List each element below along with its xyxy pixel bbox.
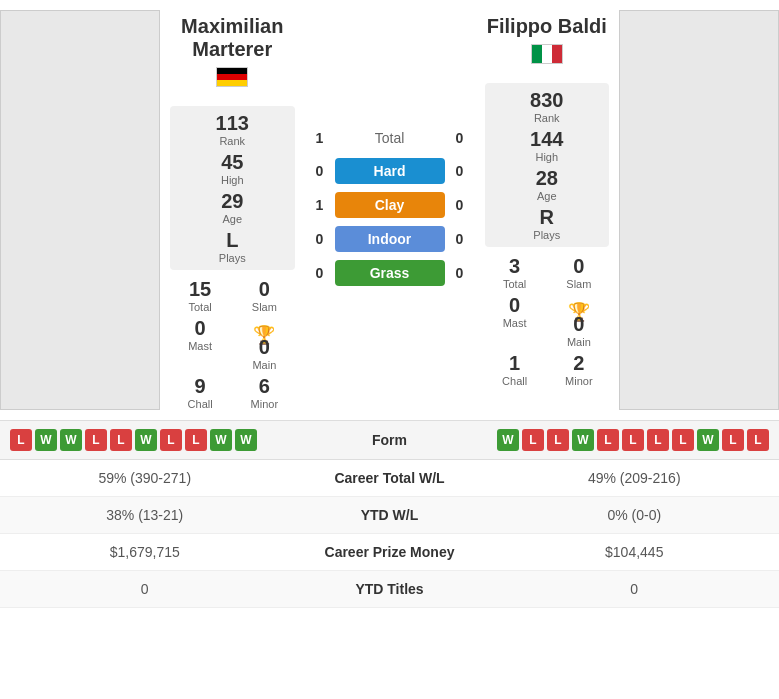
ytd-wl-label: YTD W/L [290,507,490,523]
player2-chall-cell: 1 Chall [485,352,545,387]
form-pill: W [235,429,257,451]
player1-total-value: 15 [170,278,230,301]
player1-photo [0,10,160,410]
form-pill: L [722,429,744,451]
form-pill: L [672,429,694,451]
player1-main-label: Main [234,359,294,371]
form-pill: W [135,429,157,451]
player2-total-value: 3 [485,255,545,278]
player2-mast-value: 0 [485,294,545,317]
indoor-button[interactable]: Indoor [335,226,445,252]
form-pill: L [522,429,544,451]
player2-rank-cell: 830 Rank [491,89,604,124]
player1-age-cell: 29 Age [176,190,289,225]
player2-ytd-wl: 0% (0-0) [490,507,780,523]
player1-slam-value: 0 [234,278,294,301]
prize-label: Career Prize Money [290,544,490,560]
player2-career-wl: 49% (209-216) [490,470,780,486]
player2-total-label: Total [485,278,545,290]
form-pill: L [547,429,569,451]
german-flag-icon [216,67,248,87]
player1-form-pills: LWWLLWLLWW [10,429,330,451]
player2-slam-value: 0 [549,255,609,278]
hard-score-right: 0 [450,163,470,179]
player2-plays-value: R [491,206,604,229]
player2-flag [485,42,610,70]
player2-high-label: High [491,151,604,163]
player1-ytd-titles: 0 [0,581,290,597]
player2-rank-label: Rank [491,112,604,124]
player1-prize: $1,679,715 [0,544,290,560]
ytd-wl-row: 38% (13-21) YTD W/L 0% (0-0) [0,497,779,534]
player2-age-cell: 28 Age [491,167,604,202]
ytd-titles-row: 0 YTD Titles 0 [0,571,779,608]
player1-chall-cell: 9 Chall [170,375,230,410]
career-wl-label: Career Total W/L [290,470,490,486]
player1-rank-label: Rank [176,135,289,147]
player1-stats: 113 Rank 45 High 29 Age L Plays [170,106,295,270]
hard-row: 0 Hard 0 [310,158,470,184]
player1-high-label: High [176,174,289,186]
form-pill: W [497,429,519,451]
player2-info: Filippo Baldi 830 Rank 144 High 28 Age [475,10,620,410]
player1-chall-value: 9 [170,375,230,398]
player2-age-value: 28 [491,167,604,190]
player2-minor-value: 2 [549,352,609,375]
grass-score-left: 0 [310,265,330,281]
form-section: LWWLLWLLWW Form WLLWLLLLWLL [0,420,779,460]
player2-total-cell: 3 Total [485,255,545,290]
player1-slam-cell: 0 Slam [234,278,294,313]
form-label: Form [330,432,450,448]
form-pill: W [60,429,82,451]
career-wl-row: 59% (390-271) Career Total W/L 49% (209-… [0,460,779,497]
form-pill: L [622,429,644,451]
stats-table: 59% (390-271) Career Total W/L 49% (209-… [0,460,779,608]
form-pill: L [10,429,32,451]
player2-stats: 830 Rank 144 High 28 Age R Plays [485,83,610,247]
player1-minor-value: 6 [234,375,294,398]
player2-chall-label: Chall [485,375,545,387]
player1-plays-cell: L Plays [176,229,289,264]
player1-total-label: Total [170,301,230,313]
clay-score-right: 0 [450,197,470,213]
clay-score-left: 1 [310,197,330,213]
player1-age-label: Age [176,213,289,225]
player1-mast-label: Mast [170,340,230,352]
player2-header: Filippo Baldi [485,10,610,83]
player2-slam-cell: 0 Slam [549,255,609,290]
player1-career-wl: 59% (390-271) [0,470,290,486]
player1-age-value: 29 [176,190,289,213]
player1-mast-cell: 0 Mast [170,317,230,352]
center-section: 1 Total 0 0 Hard 0 1 Clay 0 0 Indoor 0 0 [305,10,475,410]
indoor-row: 0 Indoor 0 [310,226,470,252]
hard-button[interactable]: Hard [335,158,445,184]
form-pill: W [697,429,719,451]
prize-row: $1,679,715 Career Prize Money $104,445 [0,534,779,571]
player1-slam-label: Slam [234,301,294,313]
player2-mast-cell: 0 Mast [485,294,545,329]
player1-rank-cell: 113 Rank [176,112,289,147]
form-pill: L [597,429,619,451]
player2-form-pills: WLLWLLLLWLL [450,429,770,451]
player2-main-value: 0 [549,313,609,336]
hard-score-left: 0 [310,163,330,179]
player1-rank-value: 113 [176,112,289,135]
player1-high-cell: 45 High [176,151,289,186]
player2-main-label: Main [549,336,609,348]
clay-button[interactable]: Clay [335,192,445,218]
form-pill: L [747,429,769,451]
grass-row: 0 Grass 0 [310,260,470,286]
form-pill: W [35,429,57,451]
player1-plays-value: L [176,229,289,252]
player2-high-cell: 144 High [491,128,604,163]
player2-plays-label: Plays [491,229,604,241]
clay-row: 1 Clay 0 [310,192,470,218]
form-pill: L [185,429,207,451]
player1-ytd-wl: 38% (13-21) [0,507,290,523]
player2-ytd-titles: 0 [490,581,780,597]
total-row: 1 Total 0 [310,130,470,146]
player1-minor-cell: 6 Minor [234,375,294,410]
form-pill: W [210,429,232,451]
player1-main-cell: 0 Main [234,336,294,371]
grass-button[interactable]: Grass [335,260,445,286]
